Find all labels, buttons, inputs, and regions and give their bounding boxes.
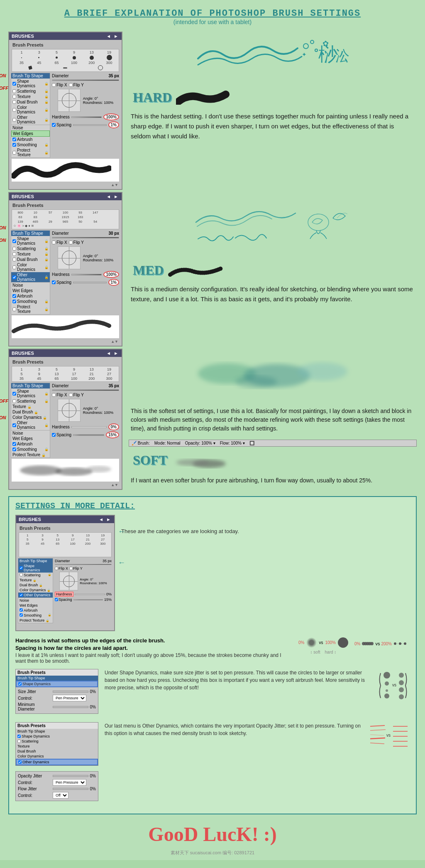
svg-line-35 (370, 725, 385, 726)
categories-note: These are the categories we are looking … (121, 527, 410, 536)
svg-point-13 (298, 362, 347, 381)
shape-dynamics-highlighted: Shape Dynamics (16, 681, 98, 687)
med-artwork (129, 192, 417, 258)
spacing-detail: I leave it at 1% unless I want to paint … (15, 652, 292, 664)
scattering-check[interactable] (12, 89, 16, 93)
brush-grid-med: 800105710093147 63831915163 139465299655… (12, 209, 119, 229)
shape-dynamics-row: Brush Presets Brush Tip Shape Shape Dyna… (15, 669, 410, 717)
med-right-content: MED This is a medium density configurati… (129, 192, 417, 308)
hardness-note: Hardness is what softens up the edges of… (15, 637, 292, 644)
stroke-svg-med (12, 317, 111, 337)
dual-brush-check[interactable] (12, 100, 16, 104)
med-stroke-label-svg (168, 263, 226, 278)
color-dynamics-check[interactable] (12, 108, 16, 112)
off-label-soft: OFF (0, 398, 8, 403)
other-dyn-med[interactable] (12, 275, 16, 279)
other-comparison: vs (368, 722, 410, 756)
brush-controls-med: Diameter 30 px Flip X Flip Y (51, 230, 120, 315)
svg-point-0 (303, 44, 308, 49)
brush-preview-circle-med (58, 246, 81, 269)
med-decoration-svg (194, 193, 352, 258)
ps-panel-detail: BRUSHES ◄ ► Brush Presets 13591319 59131… (15, 515, 115, 631)
soft-artwork (129, 349, 417, 403)
airbrush-check[interactable] (12, 138, 16, 141)
svg-line-37 (370, 735, 384, 735)
ps-panel-hard: BRUSHES ◄ ► Brush Presets 13591319 (8, 32, 122, 190)
good-luck-section: GooD LucK! :) (8, 823, 417, 846)
other-dynamics-row: Brush Presets Brush Tip Shape Shape Dyna… (15, 722, 410, 804)
arrow-shape-dynamics: ← (118, 527, 125, 536)
spacing-note: Spacing is how far the circles are laid … (15, 645, 292, 651)
brush-grid-detail: 13591319 5913172127 354565100200300 (19, 532, 112, 557)
shape-dyn-med[interactable] (12, 239, 16, 243)
on-label-soft: ON (0, 415, 6, 420)
svg-text:vs: vs (392, 683, 396, 687)
page-container: A BRIEF EXPLANATION OF PHOTOSHOP BRUSH S… (0, 0, 425, 860)
brush-controls-hard: Diameter 35 px Flip X Flip Y (51, 73, 120, 158)
hard-description: This is the hardest setting. I don't use… (129, 107, 417, 145)
brush-stroke-preview-soft (12, 459, 119, 482)
ps-panel-med: BRUSHES ◄ ► Brush Presets 80010571009314… (8, 192, 122, 347)
shape-comparison: vs (376, 669, 410, 703)
brush-grid-hard: 13591319 354565100200300 (12, 49, 119, 72)
sub-title: (intended for use with a tablet) (8, 19, 417, 25)
svg-point-28 (386, 689, 388, 692)
size-jitter-control[interactable]: Pen Pressure (53, 695, 86, 701)
airbrushing-note: If I want an even softer brush for pure … (129, 472, 417, 489)
arrow-other-dynamics: ← (118, 558, 125, 567)
svg-point-32 (399, 680, 404, 685)
svg-text:㳂: 㳂 (335, 48, 349, 64)
svg-point-29 (384, 693, 389, 698)
soft-decoration-svg (194, 351, 352, 401)
smoothing-check[interactable] (12, 143, 16, 147)
texture-check[interactable] (12, 95, 16, 98)
brush-preview-circle (58, 89, 81, 112)
flip-y-check[interactable] (69, 83, 73, 87)
soft-stroke-label-svg (172, 452, 230, 469)
ps-panel-soft: BRUSHES ◄ ► Brush Presets 13591319 59131… (8, 349, 122, 490)
opacity-control[interactable]: Pen Pressure (53, 779, 86, 786)
spacing-check-hard[interactable] (52, 123, 56, 127)
other-dynamics-note: Our last menu is Other Dynamics, which c… (105, 722, 362, 737)
flow-control[interactable]: Off (53, 792, 68, 799)
other-dynamics-highlighted: Other Dynamics (16, 759, 98, 765)
svg-point-14 (235, 376, 277, 388)
good-luck-text: GooD LucK! :) (8, 823, 417, 846)
brush-controls-soft: Diameter 35 px Flip X Flip Y (51, 383, 120, 458)
protect-texture-check[interactable] (12, 151, 16, 155)
other-dynamics-check[interactable] (12, 118, 16, 122)
category-list-detail: Brush Tip Shape Shape Dynamics Scatterin… (18, 558, 53, 623)
hard-artwork: 桫 㳂 ✿ ✦ (129, 32, 417, 86)
svg-point-1 (310, 40, 314, 44)
hard-stroke-label-svg (176, 90, 230, 105)
svg-text:✿: ✿ (322, 39, 329, 48)
off-label-hard: OFF (0, 86, 8, 91)
svg-point-21 (370, 642, 374, 645)
on-label-med: ON (0, 225, 6, 230)
svg-point-34 (399, 694, 404, 699)
svg-point-8 (20, 465, 61, 475)
main-title: A BRIEF EXPLANATION OF PHOTOSHOP BRUSH S… (8, 8, 417, 19)
svg-point-31 (399, 673, 404, 678)
svg-text:vs: vs (386, 733, 391, 738)
on-label-hard-wetedges: ON (0, 73, 6, 78)
spacing-comparison: 0% vs 200% (354, 637, 410, 651)
hard-decoration-svg: 桫 㳂 ✿ ✦ (194, 34, 352, 84)
categories-explanation: These are the categories we are looking … (121, 515, 410, 536)
category-list-med: Brush Tip Shape Shape Dynamics 🔒 Scatter… (11, 230, 50, 315)
soft-description: This is the softest set of settings, I u… (129, 403, 417, 437)
hard-right-content: 桫 㳂 ✿ ✦ HARD This is the hardest setting… (129, 32, 417, 145)
category-list-hard: Brush Tip Shape Shape Dynamics 🔒 Scatter… (11, 73, 50, 158)
detail-section: SETTINGS IN MORE DETAIL: ← ← BRUSHES ◄ ►… (8, 496, 417, 814)
svg-text:✦: ✦ (302, 51, 307, 58)
brush-stroke-preview-hard (12, 159, 119, 182)
svg-point-16 (176, 459, 209, 466)
svg-point-2 (315, 49, 318, 52)
other-dyn-soft[interactable] (12, 423, 16, 427)
svg-line-38 (370, 738, 385, 739)
shape-dynamics-check[interactable] (12, 82, 16, 86)
shape-dynamics-note: Under Shape Dynamics, make sure size jit… (105, 669, 370, 691)
scatter-med[interactable] (12, 247, 16, 251)
flip-x-check[interactable] (52, 83, 56, 87)
hardness-row: Hardness is what softens up the edges of… (15, 637, 410, 664)
